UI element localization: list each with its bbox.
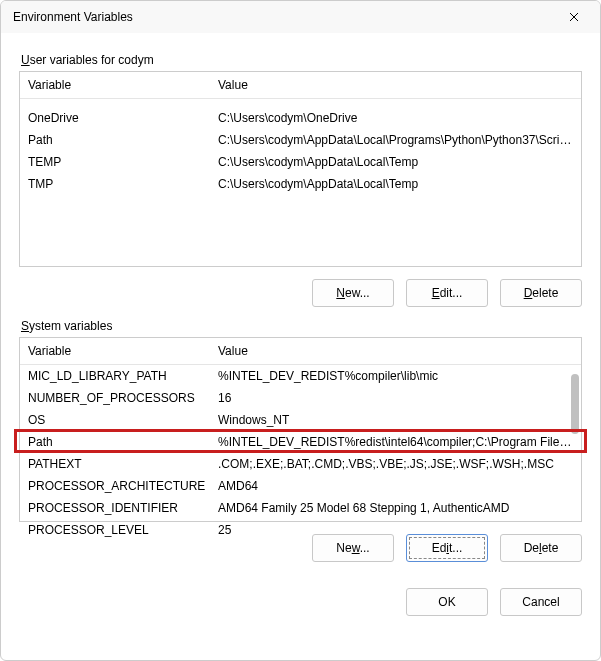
cell-variable: Path	[28, 433, 218, 451]
cell-value: C:\Users\codym\OneDrive	[218, 109, 573, 127]
dialog-content: User variables for codym Variable Value …	[1, 33, 600, 628]
cell-variable: OS	[28, 411, 218, 429]
cell-variable: TMP	[28, 175, 218, 193]
cell-value: C:\Users\codym\AppData\Local\Programs\Py…	[218, 131, 573, 149]
cell-variable: NUMBER_OF_PROCESSORS	[28, 389, 218, 407]
table-row[interactable]: TEMPC:\Users\codym\AppData\Local\Temp	[20, 151, 581, 173]
user-new-button[interactable]: New...	[312, 279, 394, 307]
cell-value: Windows_NT	[218, 411, 573, 429]
table-row[interactable]: TMPC:\Users\codym\AppData\Local\Temp	[20, 173, 581, 195]
ok-button[interactable]: OK	[406, 588, 488, 616]
cell-value: %INTEL_DEV_REDIST%redist\intel64\compile…	[218, 433, 573, 451]
column-variable[interactable]: Variable	[28, 344, 218, 358]
cell-value: 25	[218, 521, 573, 539]
user-list-header: Variable Value	[20, 72, 581, 99]
table-row[interactable]: OSWindows_NT	[20, 409, 581, 431]
column-value[interactable]: Value	[218, 344, 573, 358]
system-variables-label: System variables	[21, 319, 582, 333]
titlebar: Environment Variables	[1, 1, 600, 33]
table-row[interactable]: PATHEXT.COM;.EXE;.BAT;.CMD;.VBS;.VBE;.JS…	[20, 453, 581, 475]
user-delete-button[interactable]: Delete	[500, 279, 582, 307]
cell-value: %INTEL_DEV_REDIST%compiler\lib\mic	[218, 367, 573, 385]
cell-value: 16	[218, 389, 573, 407]
table-row[interactable]: Path%INTEL_DEV_REDIST%redist\intel64\com…	[20, 431, 581, 453]
column-value[interactable]: Value	[218, 78, 573, 92]
cell-variable: PROCESSOR_LEVEL	[28, 521, 218, 539]
table-row[interactable]: PROCESSOR_ARCHITECTUREAMD64	[20, 475, 581, 497]
scrollbar-thumb[interactable]	[571, 374, 579, 434]
cell-variable: MIC_LD_LIBRARY_PATH	[28, 367, 218, 385]
cell-variable: OneDrive	[28, 109, 218, 127]
cell-value: C:\Users\codym\AppData\Local\Temp	[218, 153, 573, 171]
column-variable[interactable]: Variable	[28, 78, 218, 92]
table-row[interactable]: PROCESSOR_IDENTIFIERAMD64 Family 25 Mode…	[20, 497, 581, 519]
sys-list-header: Variable Value	[20, 338, 581, 365]
close-icon[interactable]	[558, 3, 590, 31]
table-row[interactable]: NUMBER_OF_PROCESSORS16	[20, 387, 581, 409]
cell-variable: TEMP	[28, 153, 218, 171]
user-variables-list[interactable]: Variable Value OneDriveC:\Users\codym\On…	[19, 71, 582, 267]
cell-variable: PROCESSOR_IDENTIFIER	[28, 499, 218, 517]
cell-value: .COM;.EXE;.BAT;.CMD;.VBS;.VBE;.JS;.JSE;.…	[218, 455, 573, 473]
table-row[interactable]: PathC:\Users\codym\AppData\Local\Program…	[20, 129, 581, 151]
system-variables-list[interactable]: Variable Value MIC_LD_LIBRARY_PATH%INTEL…	[19, 337, 582, 522]
dialog-footer: OK Cancel	[19, 588, 582, 616]
cancel-button[interactable]: Cancel	[500, 588, 582, 616]
user-buttons: New... Edit... Delete	[19, 279, 582, 307]
cell-value: AMD64	[218, 477, 573, 495]
cell-value: AMD64 Family 25 Model 68 Stepping 1, Aut…	[218, 499, 573, 517]
cell-variable: Path	[28, 131, 218, 149]
cell-value: C:\Users\codym\AppData\Local\Temp	[218, 175, 573, 193]
window-title: Environment Variables	[13, 10, 133, 24]
user-variables-label: User variables for codym	[21, 53, 582, 67]
cell-variable: PROCESSOR_ARCHITECTURE	[28, 477, 218, 495]
table-row[interactable]: MIC_LD_LIBRARY_PATH%INTEL_DEV_REDIST%com…	[20, 365, 581, 387]
table-row[interactable]: OneDriveC:\Users\codym\OneDrive	[20, 107, 581, 129]
cell-variable: PATHEXT	[28, 455, 218, 473]
table-row[interactable]: PROCESSOR_LEVEL25	[20, 519, 581, 541]
user-edit-button[interactable]: Edit...	[406, 279, 488, 307]
